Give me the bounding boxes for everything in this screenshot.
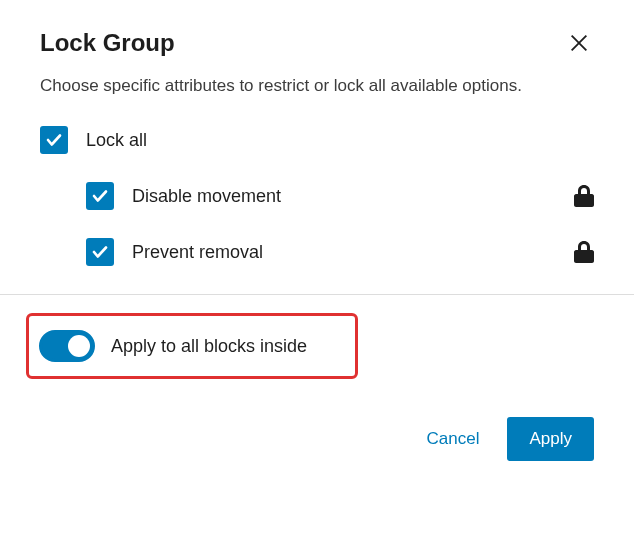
apply-button[interactable]: Apply: [507, 417, 594, 461]
divider: [0, 294, 634, 295]
toggle-thumb: [68, 335, 90, 357]
prevent-removal-label: Prevent removal: [132, 242, 263, 263]
prevent-removal-left: Prevent removal: [86, 238, 263, 266]
close-icon: [568, 32, 590, 54]
apply-inside-toggle[interactable]: [39, 330, 95, 362]
disable-movement-label: Disable movement: [132, 186, 281, 207]
prevent-removal-checkbox[interactable]: [86, 238, 114, 266]
lock-icon: [574, 184, 594, 208]
prevent-removal-option: Prevent removal: [40, 238, 594, 266]
modal-title: Lock Group: [40, 29, 175, 57]
disable-movement-checkbox[interactable]: [86, 182, 114, 210]
modal-description: Choose specific attributes to restrict o…: [40, 76, 594, 96]
lock-all-label: Lock all: [86, 130, 147, 151]
disable-movement-left: Disable movement: [86, 182, 281, 210]
apply-inside-highlight: Apply to all blocks inside: [26, 313, 358, 379]
modal-header: Lock Group: [40, 28, 594, 58]
disable-movement-option: Disable movement: [40, 182, 594, 210]
check-icon: [45, 131, 63, 149]
lock-all-checkbox[interactable]: [40, 126, 68, 154]
modal-footer: Cancel Apply: [40, 417, 594, 461]
apply-inside-label: Apply to all blocks inside: [111, 336, 307, 357]
lock-all-option: Lock all: [40, 126, 594, 154]
cancel-button[interactable]: Cancel: [419, 419, 488, 459]
lock-icon: [574, 240, 594, 264]
check-icon: [91, 243, 109, 261]
check-icon: [91, 187, 109, 205]
close-button[interactable]: [564, 28, 594, 58]
lock-group-modal: Lock Group Choose specific attributes to…: [0, 0, 634, 493]
